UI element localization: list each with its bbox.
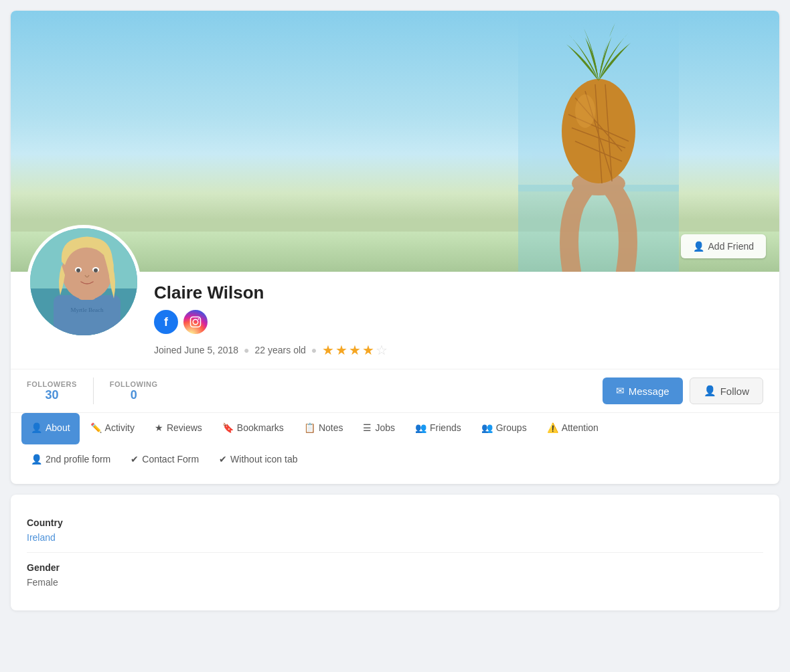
- tabs-row-1: 👤 About ✏️ Activity ★ Reviews 🔖 Bookmark…: [11, 412, 779, 444]
- bookmarks-tab-label: Bookmarks: [237, 422, 284, 433]
- friends-tab-label: Friends: [430, 422, 461, 433]
- tab-jobs[interactable]: ☰ Jobs: [353, 413, 404, 444]
- dot-separator-1: ●: [244, 345, 249, 355]
- svg-point-20: [76, 268, 80, 272]
- pineapple-illustration: [518, 17, 679, 272]
- star-5: ☆: [376, 342, 388, 358]
- tab-reviews[interactable]: ★ Reviews: [145, 413, 212, 444]
- country-value: Ireland: [27, 532, 763, 543]
- message-button[interactable]: ✉ Message: [603, 377, 683, 404]
- about-tab-label: About: [46, 422, 70, 433]
- svg-rect-14: [54, 295, 121, 339]
- tabs-row-2: 👤 2nd profile form ✔ Contact Form ✔ With…: [11, 444, 779, 484]
- age: 22 years old: [255, 345, 306, 355]
- svg-point-23: [193, 319, 198, 325]
- country-field: Country Ireland: [27, 508, 763, 553]
- message-label: Message: [629, 386, 669, 397]
- 2nd-profile-tab-label: 2nd profile form: [46, 454, 110, 465]
- profile-name: Claire Wilson: [154, 282, 763, 303]
- following-count: 0: [110, 388, 158, 402]
- tab-about[interactable]: 👤 About: [21, 413, 80, 444]
- followers-stat: FOLLOWERS 30: [27, 380, 90, 402]
- avatar: Myrtle Beach: [27, 225, 141, 339]
- action-buttons: ✉ Message 👤 Follow: [603, 377, 763, 404]
- star-3: ★: [349, 342, 361, 358]
- social-icons: f: [154, 310, 763, 334]
- follow-label: Follow: [720, 386, 749, 397]
- message-icon: ✉: [616, 385, 625, 397]
- star-2: ★: [335, 342, 347, 358]
- tab-friends[interactable]: 👥 Friends: [406, 413, 471, 444]
- friends-tab-icon: 👥: [415, 422, 426, 433]
- gender-value: Female: [27, 577, 763, 588]
- following-stat: FOLLOWING 0: [96, 380, 171, 402]
- star-1: ★: [322, 342, 334, 358]
- followers-count: 30: [27, 388, 77, 402]
- without-icon-tab-icon: ✔: [219, 454, 227, 465]
- tab-attention[interactable]: ⚠️ Attention: [538, 413, 608, 444]
- activity-tab-icon: ✏️: [90, 422, 102, 433]
- without-icon-tab-label: Without icon tab: [230, 454, 297, 465]
- groups-tab-label: Groups: [496, 422, 527, 433]
- bookmarks-tab-icon: 🔖: [222, 422, 234, 433]
- follow-button[interactable]: 👤 Follow: [690, 377, 763, 404]
- groups-tab-icon: 👥: [481, 422, 493, 433]
- contact-form-tab-label: Contact Form: [142, 454, 199, 465]
- person-icon: 👤: [693, 241, 704, 252]
- tab-contact-form[interactable]: ✔ Contact Form: [121, 444, 208, 476]
- add-friend-button[interactable]: 👤 Add Friend: [681, 234, 766, 258]
- gender-label: Gender: [27, 562, 763, 573]
- attention-tab-label: Attention: [562, 422, 599, 433]
- star-4: ★: [362, 342, 374, 358]
- stat-divider: [93, 377, 94, 404]
- star-rating: ★ ★ ★ ★ ☆: [322, 342, 388, 358]
- content-section: Country Ireland Gender Female: [11, 495, 779, 610]
- svg-point-11: [575, 94, 595, 128]
- page-wrapper: 👤 Add Friend Myrtle: [0, 0, 790, 621]
- contact-form-tab-icon: ✔: [131, 454, 139, 465]
- add-friend-label: Add Friend: [708, 241, 754, 252]
- following-label: FOLLOWING: [110, 380, 158, 388]
- instagram-icon[interactable]: [183, 310, 208, 334]
- reviews-tab-label: Reviews: [167, 422, 202, 433]
- profile-meta: Joined June 5, 2018 ● 22 years old ● ★ ★…: [154, 342, 763, 358]
- join-date: Joined June 5, 2018: [154, 345, 238, 355]
- tab-without-icon[interactable]: ✔ Without icon tab: [210, 444, 307, 476]
- notes-tab-label: Notes: [319, 422, 343, 433]
- tab-notes[interactable]: 📋 Notes: [295, 413, 353, 444]
- follow-icon: 👤: [704, 385, 716, 397]
- jobs-tab-icon: ☰: [363, 422, 372, 433]
- tab-bookmarks[interactable]: 🔖 Bookmarks: [213, 413, 293, 444]
- stats-follow-row: FOLLOWERS 30 FOLLOWING 0 ✉ Message 👤 Fol…: [11, 369, 779, 412]
- tab-groups[interactable]: 👥 Groups: [472, 413, 536, 444]
- reviews-tab-icon: ★: [155, 422, 163, 433]
- 2nd-profile-tab-icon: 👤: [31, 454, 42, 465]
- svg-text:Myrtle Beach: Myrtle Beach: [70, 307, 104, 313]
- avatar-wrapper: Myrtle Beach: [27, 225, 141, 339]
- profile-info-section: Myrtle Beach: [11, 272, 779, 369]
- svg-point-21: [94, 268, 98, 272]
- country-label: Country: [27, 517, 763, 528]
- svg-point-24: [198, 318, 199, 319]
- tab-activity[interactable]: ✏️ Activity: [81, 413, 144, 444]
- activity-tab-label: Activity: [105, 422, 135, 433]
- jobs-tab-label: Jobs: [375, 422, 395, 433]
- facebook-icon[interactable]: f: [154, 310, 178, 334]
- followers-label: FOLLOWERS: [27, 380, 77, 388]
- svg-rect-0: [518, 185, 679, 272]
- attention-tab-icon: ⚠️: [547, 422, 558, 433]
- notes-tab-icon: 📋: [304, 422, 315, 433]
- tab-2nd-profile[interactable]: 👤 2nd profile form: [21, 444, 120, 476]
- gender-field: Gender Female: [27, 553, 763, 597]
- about-tab-icon: 👤: [31, 422, 42, 433]
- profile-name-area: Claire Wilson f Joined June 5, 2018 ●: [154, 272, 763, 358]
- profile-card: 👤 Add Friend Myrtle: [11, 11, 779, 484]
- dot-separator-2: ●: [311, 345, 317, 355]
